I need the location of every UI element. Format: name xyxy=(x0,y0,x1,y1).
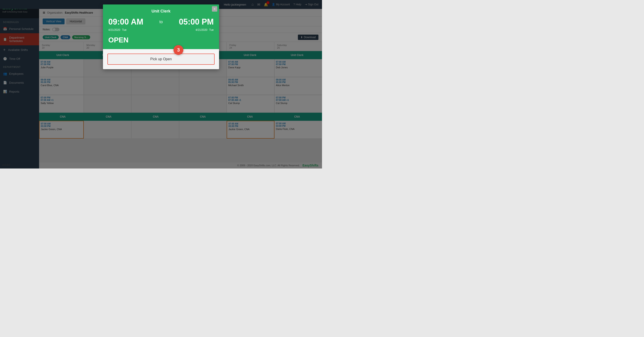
modal-end-time: 05:00 PM xyxy=(179,17,214,26)
modal-title: Unit Clerk xyxy=(108,9,214,13)
modal-end-date: 4/21/2020 Tue xyxy=(196,28,214,31)
pickup-open-button[interactable]: Pick up Open xyxy=(108,53,214,65)
modal-times: 09:00 AM to 05:00 PM xyxy=(108,17,214,26)
modal-status: OPEN xyxy=(108,36,214,44)
modal-actions: 3 Pick up Open xyxy=(103,49,219,69)
modal-overlay: × Unit Clerk 09:00 AM to 05:00 PM 4/21/2… xyxy=(0,0,322,168)
step-badge: 3 xyxy=(174,45,183,55)
modal-close-button[interactable]: × xyxy=(212,6,217,11)
modal-start-date: 4/21/2020 Tue xyxy=(108,28,126,31)
modal-dates: 4/21/2020 Tue 4/21/2020 Tue xyxy=(108,28,214,31)
modal-shift-info: Unit Clerk 09:00 AM to 05:00 PM 4/21/202… xyxy=(103,4,219,49)
modal-start-time: 09:00 AM xyxy=(108,17,143,26)
modal-to-label: to xyxy=(160,20,163,24)
shift-modal: × Unit Clerk 09:00 AM to 05:00 PM 4/21/2… xyxy=(103,4,219,69)
